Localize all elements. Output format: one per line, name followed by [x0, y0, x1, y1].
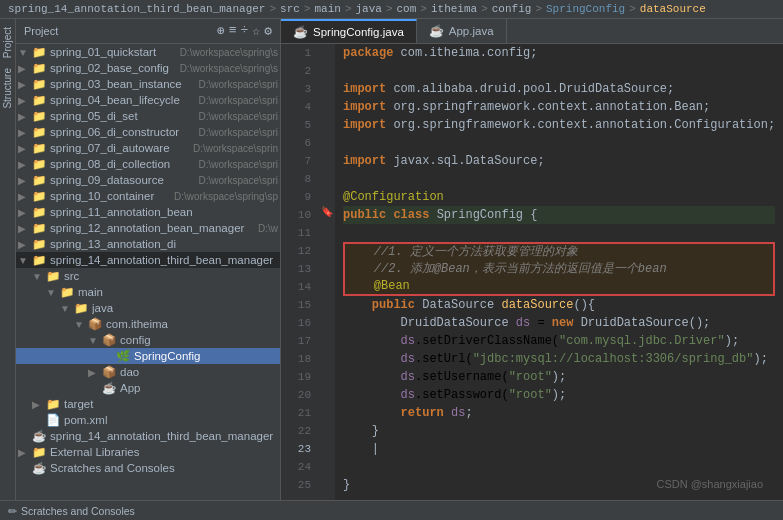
tree-item[interactable]: ▼📁java: [16, 300, 280, 316]
line-number: 11: [281, 224, 311, 242]
gear-icon[interactable]: ⚙: [264, 23, 272, 39]
tree-file-icon: 📁: [32, 109, 48, 123]
code-token: @Configuration: [343, 188, 444, 206]
code-token: ;: [667, 80, 674, 98]
tree-item[interactable]: ▶📁spring_11_annotation_bean: [16, 204, 280, 220]
tree-item-path: D:\workspace\spri: [199, 95, 278, 106]
tree-item[interactable]: ▶📁spring_09_datasourceD:\workspace\spri: [16, 172, 280, 188]
editor-tab[interactable]: ☕SpringConfig.java: [281, 19, 417, 43]
tree-item-label: target: [64, 398, 278, 410]
code-token: class: [393, 206, 436, 224]
tree-item[interactable]: ▶📦dao: [16, 364, 280, 380]
tree-file-icon: 📁: [32, 445, 48, 459]
line-number: 2: [281, 62, 311, 80]
tree-arrow-icon: ▶: [18, 239, 32, 250]
breadcrumb-springconfig[interactable]: SpringConfig: [546, 3, 625, 15]
tree-item[interactable]: ▼📦com.itheima: [16, 316, 280, 332]
line-number: 22: [281, 422, 311, 440]
scratches-item[interactable]: ✏ Scratches and Consoles: [8, 505, 135, 517]
breadcrumb-sep3: >: [345, 3, 352, 15]
code-line: public DataSource dataSource(){: [343, 296, 775, 314]
code-token: );: [552, 368, 566, 386]
code-token: ;: [768, 116, 775, 134]
tree-item[interactable]: ▼📁spring_01_quickstartD:\workspace\sprin…: [16, 44, 280, 60]
left-vertical-tabs: Project Structure: [0, 19, 16, 500]
tree-item[interactable]: ☕spring_14_annotation_third_bean_manager: [16, 428, 280, 444]
code-line: [343, 134, 775, 152]
code-token: .setDriverClassName(: [415, 332, 559, 350]
code-token: |: [372, 440, 379, 458]
tree-item-path: D:\workspace\spri: [199, 111, 278, 122]
settings-icon[interactable]: ☆: [252, 23, 260, 39]
tree-item-label: spring_13_annotation_di: [50, 238, 278, 250]
tree-item[interactable]: ▶📁External Libraries: [16, 444, 280, 460]
line-number: 6: [281, 134, 311, 152]
line-number: 12: [281, 242, 311, 260]
breadcrumb-java: java: [356, 3, 382, 15]
tree-item[interactable]: ▼📦config: [16, 332, 280, 348]
code-token: SpringConfig: [437, 206, 531, 224]
tree-arrow-icon: ▼: [46, 287, 60, 298]
sidebar-header: Project ⊕ ≡ ÷ ☆ ⚙: [16, 19, 280, 44]
tree-item[interactable]: ☕Scratches and Consoles: [16, 460, 280, 476]
scratches-icon: ✏: [8, 505, 17, 517]
tree-item[interactable]: ▶📁target: [16, 396, 280, 412]
tree-item[interactable]: ▼📁src: [16, 268, 280, 284]
tree-file-icon: 📁: [32, 45, 48, 59]
code-token: DruidDataSource: [581, 314, 689, 332]
code-token: [343, 314, 401, 332]
tree-file-icon: ☕: [32, 429, 48, 443]
tree-item[interactable]: 🌿SpringConfig: [16, 348, 280, 364]
code-line: }: [343, 476, 775, 494]
editor-tab[interactable]: ☕App.java: [417, 19, 507, 43]
expand-icon[interactable]: ≡: [229, 23, 237, 39]
code-token: ;: [465, 404, 472, 422]
tree-file-icon: 📁: [32, 237, 48, 251]
breadcrumb-com: com: [397, 3, 417, 15]
tree-item[interactable]: ▶📁spring_02_base_configD:\workspace\spri…: [16, 60, 280, 76]
code-token: ds: [516, 314, 530, 332]
bottom-bar: ✏ Scratches and Consoles: [0, 500, 783, 520]
tree-item[interactable]: ▶📁spring_04_bean_lifecycleD:\workspace\s…: [16, 92, 280, 108]
tree-item[interactable]: ▶📁spring_08_di_collectionD:\workspace\sp…: [16, 156, 280, 172]
code-token: "com.mysql.jdbc.Driver": [559, 332, 725, 350]
tree-file-icon: 🌿: [116, 349, 132, 363]
code-token: public: [372, 296, 422, 314]
code-line: ds.setDriverClassName("com.mysql.jdbc.Dr…: [343, 332, 775, 350]
tree-item[interactable]: ▶📁spring_10_containerD:\workspace\spring…: [16, 188, 280, 204]
tree-item-path: D:\w: [258, 223, 278, 234]
code-token: DruidDataSource: [401, 314, 516, 332]
tree-item[interactable]: ▶📁spring_06_di_constructorD:\workspace\s…: [16, 124, 280, 140]
code-token: ;: [703, 98, 710, 116]
tree-item[interactable]: ▶📁spring_07_di_autowareD:\workspace\spri…: [16, 140, 280, 156]
code-line: }: [343, 422, 775, 440]
project-tab[interactable]: Project: [1, 23, 14, 62]
tree-item-label: spring_02_base_config: [50, 62, 176, 74]
code-line: //1. 定义一个方法获取要管理的对象: [343, 242, 775, 260]
code-token: //1. 定义一个方法获取要管理的对象: [345, 243, 578, 261]
code-token: );: [753, 350, 767, 368]
tab-label: SpringConfig.java: [313, 26, 404, 38]
tree-item[interactable]: ▶📁spring_03_bean_instanceD:\workspace\sp…: [16, 76, 280, 92]
code-token: org.springframework.context.annotation.B…: [393, 98, 703, 116]
locate-icon[interactable]: ⊕: [217, 23, 225, 39]
tree-item[interactable]: ▼📁spring_14_annotation_third_bean_manage…: [16, 252, 280, 268]
code-token: [345, 277, 374, 295]
tree-file-icon: 📁: [32, 77, 48, 91]
code-token: ;: [537, 152, 544, 170]
tree-item[interactable]: ▶📁spring_12_annotation_bean_managerD:\w: [16, 220, 280, 236]
tree-file-icon: ☕: [102, 381, 118, 395]
collapse-icon[interactable]: ÷: [241, 23, 249, 39]
code-token: //2. 添加@Bean，表示当前方法的返回值是一个bean: [345, 260, 667, 278]
tree-item[interactable]: ▼📁main: [16, 284, 280, 300]
breadcrumb-sep2: >: [304, 3, 311, 15]
structure-tab[interactable]: Structure: [1, 64, 14, 113]
code-line: return ds;: [343, 404, 775, 422]
code-content[interactable]: package com.itheima.config; import com.a…: [335, 44, 783, 500]
tree-item[interactable]: 📄pom.xml: [16, 412, 280, 428]
tree-file-icon: 📦: [88, 317, 104, 331]
tree-item[interactable]: ▶📁spring_05_di_setD:\workspace\spri: [16, 108, 280, 124]
tree-item[interactable]: ☕App: [16, 380, 280, 396]
code-token: import: [343, 80, 393, 98]
tree-item[interactable]: ▶📁spring_13_annotation_di: [16, 236, 280, 252]
